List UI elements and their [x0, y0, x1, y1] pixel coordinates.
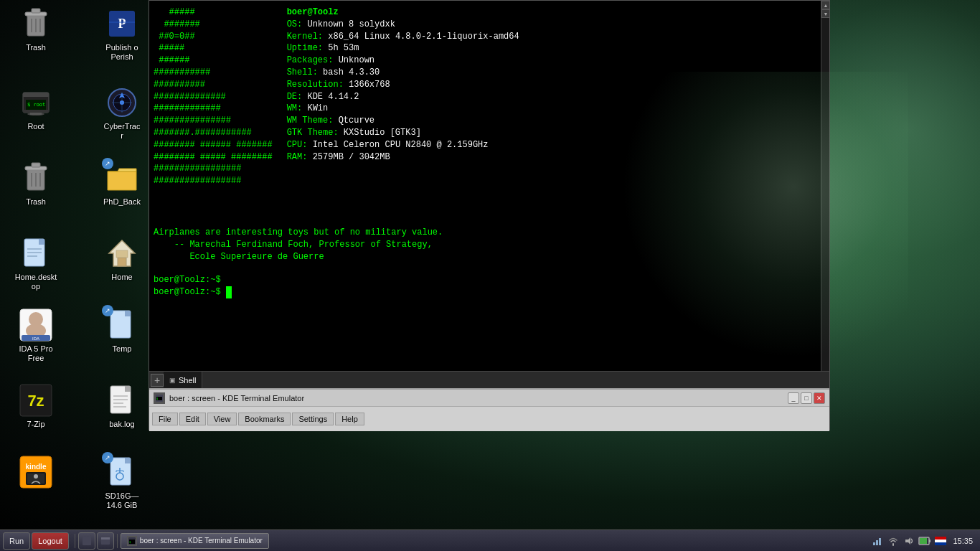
desktop-icon-7zip[interactable]: 7z 7-Zip [4, 380, 68, 432]
svg-rect-80 [935, 540, 946, 542]
terminal-titlebar: $ boer : screen - KDE Terminal Emulator … [149, 388, 829, 430]
svg-rect-65 [83, 537, 91, 545]
svg-rect-71 [873, 542, 875, 545]
toolbar-bookmarks-btn[interactable]: Bookmarks [238, 413, 291, 425]
desktop-icon-trash-top[interactable]: Trash [4, 4, 68, 55]
root-label: Root [27, 122, 44, 131]
taskbar-window-item[interactable]: $ boer : screen - KDE Terminal Emulator [121, 533, 269, 549]
terminal-minimize-btn[interactable]: _ [788, 392, 799, 404]
svg-text:IDA: IDA [32, 336, 39, 341]
7zip-icon: 7z [19, 383, 53, 418]
prompt1: boer@Toolz:~$ [154, 274, 819, 286]
svg-rect-13 [23, 110, 49, 113]
terminal-toolbar: File Edit View Bookmarks Settings Help [149, 407, 829, 431]
terminal-close-btn[interactable]: ✕ [814, 392, 825, 404]
kindle-icon: kindle [19, 455, 53, 489]
tray-battery-icon [918, 534, 931, 547]
toolbar-help-btn[interactable]: Help [335, 413, 364, 425]
taskbar-terminal-icon: $ [127, 536, 137, 546]
desktop-icon-home-desktop[interactable]: Home.desktop [4, 233, 68, 294]
desktop-icon-kindle[interactable]: kindle [4, 452, 68, 494]
logout-button[interactable]: Logout [32, 532, 69, 550]
svg-rect-10 [23, 93, 49, 97]
tray-flag-icon[interactable] [934, 534, 947, 547]
svg-rect-67 [101, 537, 110, 540]
desktop-icon-bak-log[interactable]: bak.log [90, 380, 154, 432]
terminal-maximize-btn[interactable]: □ [801, 392, 812, 404]
svg-rect-76 [920, 538, 927, 544]
tray-volume-icon[interactable] [903, 534, 915, 547]
tray-network-icon[interactable] [871, 534, 884, 547]
scroll-down-btn[interactable]: ▼ [821, 9, 830, 18]
ida5-icon: IDA [19, 308, 53, 342]
taskbar-icon-2[interactable] [97, 532, 114, 550]
svg-rect-45 [125, 386, 131, 392]
svg-rect-72 [876, 540, 878, 545]
desktop-icon-publish[interactable]: P Publish oPerish [90, 4, 154, 65]
toolbar-settings-btn[interactable]: Settings [292, 413, 334, 425]
desktop-icon-trash-bottom[interactable]: Trash [4, 158, 68, 209]
temp-label: Temp [113, 344, 132, 354]
7zip-label: 7-Zip [27, 420, 44, 429]
terminal-scrollbar[interactable]: ▲ ▼ [821, 1, 829, 388]
desktop-icon-root[interactable]: $ root Root [4, 83, 68, 134]
svg-rect-77 [929, 540, 930, 542]
cybertrack-label: CyberTracr [104, 122, 141, 141]
svg-rect-34 [116, 250, 128, 258]
terminal-tab-bar: + ▣ Shell [149, 371, 829, 388]
svg-rect-2 [32, 9, 40, 13]
taskbar-window-label: boer : screen - KDE Terminal Emulator [140, 537, 263, 545]
taskbar: Run Logout [0, 529, 980, 551]
home-desktop-label: Home.desktop [15, 273, 57, 291]
prompt2: boer@Toolz:~$ [154, 286, 819, 298]
home-label: Home [111, 273, 132, 282]
toolbar-file-btn[interactable]: File [152, 413, 178, 425]
svg-rect-56 [125, 458, 131, 463]
new-tab-btn[interactable]: + [151, 374, 164, 387]
terminal-tab-shell[interactable]: ▣ Shell [164, 372, 202, 388]
home-icon [105, 236, 139, 270]
desktop-icon-temp[interactable]: ↗ Temp [90, 305, 154, 357]
terminal-title-icon: $ [154, 392, 165, 404]
taskbar-tray: 15:35 [867, 534, 980, 547]
publish-label: Publish oPerish [105, 43, 138, 62]
trash-icon [19, 6, 53, 41]
terminal-title-row: $ boer : screen - KDE Terminal Emulator … [149, 390, 829, 407]
svg-rect-73 [879, 538, 881, 545]
svg-rect-41 [125, 311, 131, 316]
svg-rect-81 [935, 542, 946, 545]
toolbar-edit-btn[interactable]: Edit [179, 413, 206, 425]
svg-point-54 [34, 474, 38, 479]
temp-icon: ↗ [105, 308, 139, 342]
home-desktop-icon [19, 236, 53, 270]
cybertrack-icon [105, 85, 139, 120]
svg-rect-79 [935, 537, 946, 540]
phd-back-label: PhD_Back [103, 197, 141, 207]
trash-top-label: Trash [26, 43, 46, 52]
bak-log-label: bak.log [109, 420, 134, 429]
phd-back-icon: ↗ [105, 161, 139, 195]
sd16g-label: SD16G—14.6 GiB [105, 491, 138, 510]
desktop-icon-cybertrack[interactable]: CyberTracr [90, 83, 154, 143]
svg-text:P: P [118, 17, 126, 31]
toolbar-view-btn[interactable]: View [207, 413, 237, 425]
terminal-title-text: boer : screen - KDE Terminal Emulator [169, 394, 788, 402]
terminal-window-controls: _ □ ✕ [788, 392, 825, 404]
desktop-icon-home[interactable]: Home [90, 233, 154, 285]
taskbar-clock[interactable]: 15:35 [950, 537, 976, 545]
desktop-icon-phd-back[interactable]: ↗ PhD_Back [90, 158, 154, 209]
run-button[interactable]: Run [3, 532, 30, 550]
svg-rect-28 [39, 239, 44, 245]
bak-log-icon [105, 383, 139, 418]
taskbar-icon-1[interactable] [78, 532, 95, 550]
root-icon: $ root [19, 85, 53, 120]
desktop-icon-sd16g[interactable]: ↗ SD16G—14.6 GiB [90, 452, 154, 513]
desktop-icon-ida5[interactable]: IDA IDA 5 ProFree [4, 305, 68, 366]
tray-wifi-icon[interactable] [887, 534, 900, 547]
svg-text:7z: 7z [27, 392, 44, 410]
svg-rect-15 [30, 113, 42, 115]
scroll-up-btn[interactable]: ▲ [821, 1, 830, 9]
svg-text:$ root: $ root [27, 102, 45, 108]
trash-bottom-icon [19, 161, 53, 195]
taskbar-separator2 [117, 534, 118, 548]
